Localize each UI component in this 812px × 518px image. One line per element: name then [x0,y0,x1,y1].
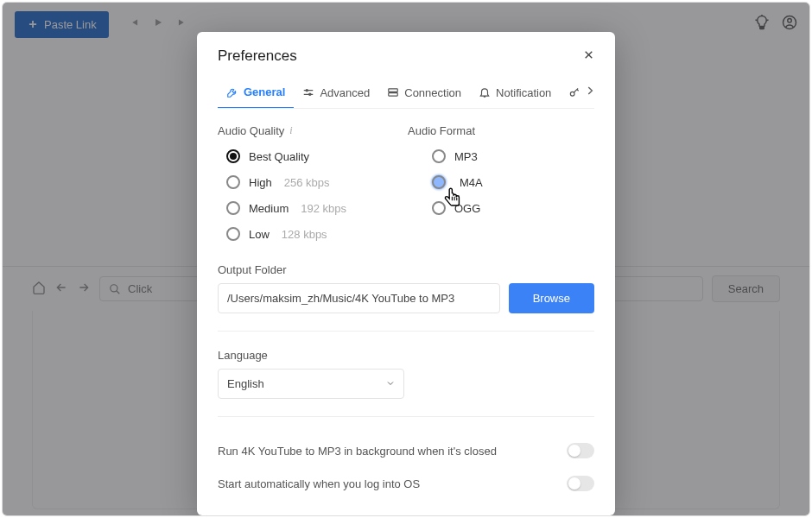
divider [218,331,594,332]
language-select[interactable]: English [218,369,404,399]
tab-advanced[interactable]: Advanced [294,78,378,108]
toggle-background-label: Run 4K YouTube to MP3 in background when… [218,445,497,458]
radio-m4a[interactable]: M4A [432,175,594,189]
radio-label: MP3 [454,150,478,163]
tab-label: Notification [496,86,551,99]
close-button[interactable] [583,48,594,64]
svg-rect-15 [389,89,398,92]
language-label: Language [218,349,594,362]
radio-label: OGG [454,202,480,215]
tab-more[interactable] [560,78,580,107]
tab-connection[interactable]: Connection [378,78,470,108]
svg-point-17 [571,92,575,96]
audio-format-label: Audio Format [408,124,475,137]
toggle-background-row: Run 4K YouTube to MP3 in background when… [218,434,594,467]
radio-mp3[interactable]: MP3 [432,149,594,163]
server-icon [387,86,399,98]
tab-general[interactable]: General [218,77,294,109]
sliders-icon [302,86,314,98]
radio-label: Low [249,228,270,241]
radio-icon [432,201,446,215]
tab-label: Advanced [320,86,370,99]
toggle-background[interactable] [567,443,594,458]
audio-format-section: Audio Format MP3 M4A [408,124,594,248]
toggle-autostart-label: Start automatically when you log into OS [218,477,420,490]
output-folder-section: Output Folder Browse [218,263,594,313]
tab-label: General [244,85,285,98]
radio-icon [226,175,240,189]
radio-label: M4A [460,176,483,189]
radio-ogg[interactable]: OGG [432,201,594,215]
radio-sublabel: 128 kbps [282,228,327,241]
tab-notification[interactable]: Notification [470,78,560,108]
tabbar: General Advanced Connection Notification [218,77,594,109]
key-icon [568,86,580,98]
browse-button[interactable]: Browse [509,283,594,313]
radio-icon [226,149,240,163]
bell-icon [479,86,491,98]
wrench-icon [226,86,238,98]
radio-low[interactable]: Low 128 kbps [226,227,404,241]
toggle-autostart-row: Start automatically when you log into OS [218,467,594,500]
radio-medium[interactable]: Medium 192 kbps [226,201,404,215]
svg-rect-16 [389,93,398,97]
preferences-modal: Preferences General Advanced Connection … [197,32,615,515]
toggle-autostart[interactable] [567,476,594,491]
tab-label: Connection [404,86,461,99]
radio-icon [432,149,446,163]
language-section: Language English [218,349,594,399]
radio-high[interactable]: High 256 kbps [226,175,404,189]
tabbar-scroll-right[interactable] [580,85,594,100]
radio-label: Medium [249,202,289,215]
radio-sublabel: 256 kbps [284,176,330,189]
info-icon[interactable]: i [289,124,292,137]
radio-label: Best Quality [249,150,309,163]
output-folder-input[interactable] [218,283,500,313]
audio-quality-label: Audio Quality [218,124,284,137]
output-folder-label: Output Folder [218,263,594,276]
radio-icon [226,201,240,215]
radio-sublabel: 192 kbps [301,202,346,215]
radio-label: High [249,176,272,189]
radio-icon [432,175,446,189]
radio-best-quality[interactable]: Best Quality [226,149,404,163]
divider [218,416,594,417]
radio-icon [226,227,240,241]
modal-title: Preferences [218,47,297,65]
audio-quality-section: Audio Quality i Best Quality High 256 kb… [218,124,404,248]
